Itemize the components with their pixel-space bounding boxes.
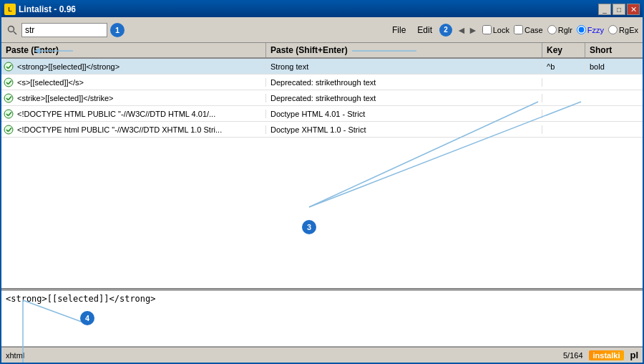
svg-point-7 (9, 26, 14, 32)
table-row[interactable]: <!DOCTYPE HTML PUBLIC "-//W3C//DTD HTML … (1, 106, 643, 122)
table-row[interactable]: <s>[[selected]]</s> Deprecated: striketh… (1, 75, 643, 90)
row-icon (1, 77, 16, 87)
col-paste-shift-header: Paste (Shift+Enter) (266, 43, 542, 57)
search-input[interactable] (21, 23, 107, 37)
rglr-radio[interactable] (547, 25, 557, 34)
close-button[interactable]: ✕ (627, 4, 640, 15)
column-headers: Paste (Enter) Paste (Shift+Enter) Key Sh… (1, 43, 643, 59)
arrow-right-icon[interactable]: ► (468, 24, 478, 36)
case-option[interactable]: Case (514, 25, 543, 34)
window-content: 1 File Edit 2 ◄ ► Lock (1, 17, 643, 363)
row-paste-enter: <s>[[selected]]</s> (16, 78, 266, 87)
search-options: Lock Case Rglr Fzzy RgEx (482, 25, 638, 34)
row-paste-shift: Doctype HTML 4.01 - Strict (266, 110, 542, 118)
domain-label: pl (630, 350, 638, 360)
svg-point-15 (4, 94, 13, 102)
svg-point-9 (4, 62, 13, 71)
fzzy-option[interactable]: Fzzy (577, 25, 604, 34)
case-label: Case (525, 26, 543, 34)
row-key: ^b (542, 62, 585, 71)
lock-option[interactable]: Lock (482, 25, 509, 34)
row-icon (1, 62, 16, 72)
svg-point-12 (4, 78, 13, 87)
row-paste-enter: <strong>[[selected]]</strong> (16, 62, 266, 71)
col-key-header: Key (542, 43, 585, 57)
search-area: 1 (6, 23, 385, 37)
lock-label: Lock (493, 26, 509, 34)
rglr-label: Rglr (558, 26, 572, 34)
col-short-header: Short (585, 43, 643, 57)
preview-text: <strong>[[selected]]</strong> (6, 294, 156, 304)
preview-area: <strong>[[selected]]</strong> 4 (1, 289, 643, 347)
col-paste-enter-header: Paste (Enter) (1, 43, 266, 57)
annotation-2: 2 (439, 24, 452, 37)
minimize-button[interactable]: _ (598, 4, 611, 15)
table-row[interactable]: <strong>[[selected]]</strong> Strong tex… (1, 59, 643, 75)
lock-checkbox[interactable] (482, 25, 492, 34)
svg-point-18 (4, 110, 13, 118)
maximize-button[interactable]: □ (613, 4, 625, 15)
rgex-radio[interactable] (608, 25, 618, 34)
title-bar: L Lintalist - 0.96 _ □ ✕ (1, 1, 643, 17)
row-paste-shift: Strong text (266, 62, 542, 71)
app-icon: L (4, 4, 16, 15)
svg-line-8 (14, 32, 16, 34)
edit-menu[interactable]: Edit (414, 24, 435, 36)
navigation-arrows: ◄ ► (457, 24, 478, 36)
status-right: 5/164 instalki pl (563, 350, 638, 360)
row-paste-enter: <!DOCTYPE html PUBLIC "-//W3C//DTD XHTML… (16, 125, 266, 134)
annotation-3: 3 (302, 220, 316, 234)
row-icon (1, 93, 16, 103)
row-icon (1, 109, 16, 119)
row-paste-shift: Doctype XHTML 1.0 - Strict (266, 125, 542, 134)
status-filter: xhtml (6, 351, 563, 360)
rgex-label: RgEx (619, 26, 638, 34)
annotation-1: 1 (110, 23, 125, 37)
case-checkbox[interactable] (514, 25, 523, 34)
instalki-badge: instalki (589, 350, 625, 360)
rglr-option[interactable]: Rglr (547, 25, 572, 34)
row-paste-enter: <strike>[[selected]]</strike> (16, 94, 266, 102)
file-menu[interactable]: File (389, 24, 409, 36)
row-paste-shift: Deprecated: strikethrough text (266, 78, 542, 87)
toolbar: 1 File Edit 2 ◄ ► Lock (1, 17, 643, 43)
window-controls: _ □ ✕ (598, 4, 640, 15)
fzzy-label: Fzzy (587, 26, 604, 34)
window-title: Lintalist - 0.96 (19, 4, 598, 14)
status-bar: xhtml 5/164 instalki pl (1, 347, 643, 363)
fzzy-radio[interactable] (577, 25, 586, 34)
table-row[interactable]: <strike>[[selected]]</strike> Deprecated… (1, 90, 643, 106)
row-icon (1, 125, 16, 135)
search-icon (6, 24, 19, 37)
table-row[interactable]: <!DOCTYPE html PUBLIC "-//W3C//DTD XHTML… (1, 122, 643, 138)
snippets-table[interactable]: <strong>[[selected]]</strong> Strong tex… (1, 59, 643, 289)
row-short: bold (585, 62, 643, 71)
svg-point-21 (4, 125, 13, 134)
menu-buttons: File Edit (389, 24, 435, 36)
row-paste-shift: Deprecated: strikethrough text (266, 94, 542, 102)
arrow-left-icon[interactable]: ◄ (457, 24, 467, 36)
status-count: 5/164 (563, 351, 583, 360)
main-window: L Lintalist - 0.96 _ □ ✕ (0, 0, 644, 364)
rgex-option[interactable]: RgEx (608, 25, 638, 34)
annotation-4: 4 (80, 311, 94, 325)
row-paste-enter: <!DOCTYPE HTML PUBLIC "-//W3C//DTD HTML … (16, 110, 266, 118)
